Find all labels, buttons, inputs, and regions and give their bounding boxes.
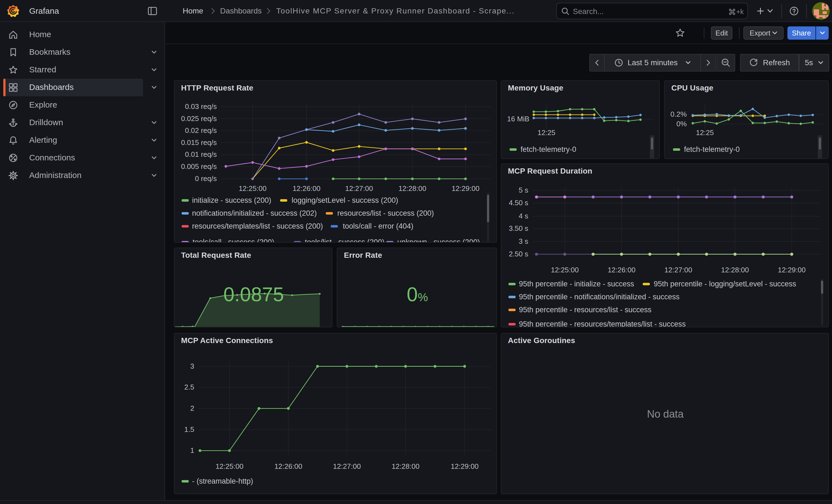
- svg-text:12:28:00: 12:28:00: [391, 462, 419, 471]
- svg-text:12:25:00: 12:25:00: [238, 184, 266, 192]
- svg-text:12:25:00: 12:25:00: [215, 462, 243, 471]
- svg-text:0.02 req/s: 0.02 req/s: [185, 126, 217, 135]
- svg-text:3 s: 3 s: [519, 237, 528, 245]
- svg-text:12:29:00: 12:29:00: [778, 266, 806, 274]
- svg-text:12:25: 12:25: [537, 129, 555, 137]
- svg-text:12:28:00: 12:28:00: [398, 184, 426, 192]
- svg-text:3: 3: [190, 362, 194, 370]
- svg-text:0.01 req/s: 0.01 req/s: [185, 150, 217, 158]
- svg-text:0 req/s: 0 req/s: [195, 175, 217, 183]
- svg-text:0.2%: 0.2%: [671, 110, 687, 118]
- svg-text:4 s: 4 s: [519, 212, 528, 220]
- svg-text:5 s: 5 s: [519, 186, 528, 194]
- svg-text:1.5: 1.5: [184, 425, 194, 433]
- svg-text:0%: 0%: [676, 120, 687, 128]
- svg-text:2.50 s: 2.50 s: [509, 250, 528, 258]
- svg-text:12:27:00: 12:27:00: [345, 184, 373, 192]
- svg-text:4.50 s: 4.50 s: [509, 198, 528, 207]
- svg-text:12:26:00: 12:26:00: [274, 462, 302, 471]
- svg-text:12:25: 12:25: [696, 129, 714, 137]
- svg-text:16 MiB: 16 MiB: [507, 115, 529, 123]
- svg-text:2: 2: [190, 404, 194, 413]
- svg-text:12:26:00: 12:26:00: [607, 266, 635, 274]
- svg-text:12:29:00: 12:29:00: [451, 462, 478, 471]
- svg-text:0.025 req/s: 0.025 req/s: [181, 114, 217, 123]
- svg-text:12:29:00: 12:29:00: [451, 184, 479, 192]
- svg-text:12:27:00: 12:27:00: [665, 266, 692, 274]
- svg-text:12:25:00: 12:25:00: [551, 266, 579, 274]
- svg-text:0.03 req/s: 0.03 req/s: [185, 102, 217, 111]
- svg-text:3.50 s: 3.50 s: [509, 224, 528, 233]
- svg-text:0.015 req/s: 0.015 req/s: [181, 138, 217, 147]
- svg-text:2.5: 2.5: [184, 383, 194, 391]
- svg-text:12:27:00: 12:27:00: [333, 462, 361, 471]
- svg-text:12:28:00: 12:28:00: [721, 266, 749, 274]
- svg-text:0.005 req/s: 0.005 req/s: [181, 162, 217, 170]
- svg-text:12:26:00: 12:26:00: [292, 184, 320, 192]
- svg-text:1: 1: [190, 446, 194, 454]
